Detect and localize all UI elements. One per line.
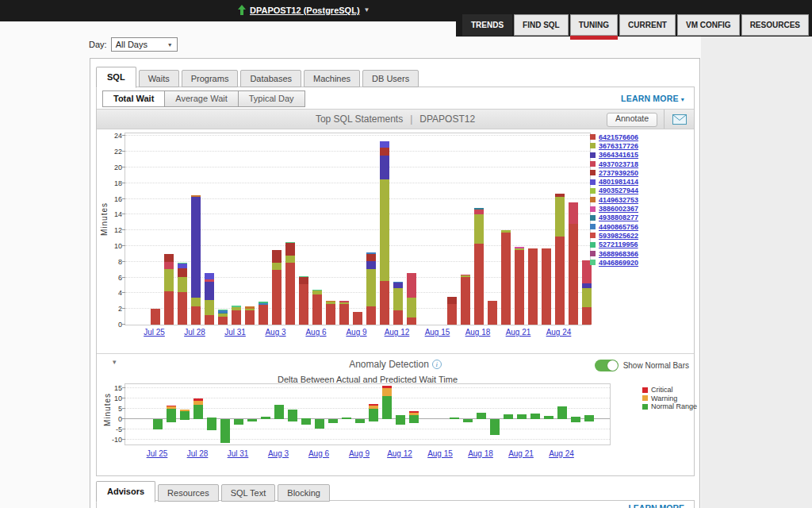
legend-item-4903527944[interactable]: 4903527944: [590, 187, 695, 195]
delta-bar-jul-28[interactable]: [193, 398, 203, 419]
delta-bar-jul-27[interactable]: [180, 410, 190, 421]
sql-bar-aug-1[interactable]: [245, 306, 255, 325]
delta-bar-aug-22[interactable]: [530, 414, 540, 419]
delta-bar-aug-10[interactable]: [369, 404, 378, 421]
database-selector[interactable]: DPAPOST12 (PostgreSQL) ▼: [238, 5, 370, 15]
sql-bar-aug-6[interactable]: [312, 290, 322, 325]
date-link-aug-12[interactable]: Aug 12: [379, 328, 416, 337]
legend-item-4490865756[interactable]: 4490865756: [590, 222, 695, 231]
date-link-aug-18[interactable]: Aug 18: [462, 449, 499, 458]
sql-id-link[interactable]: 2737939250: [599, 169, 638, 177]
sql-bar-jul-30[interactable]: [218, 310, 228, 325]
sql-bar-aug-17[interactable]: [461, 275, 470, 325]
annotate-button[interactable]: Annotate: [607, 113, 657, 127]
date-link-jul-25[interactable]: Jul 25: [136, 328, 173, 337]
legend-item-4149632753[interactable]: 4149632753: [590, 195, 695, 204]
day-select[interactable]: All Days ▼: [111, 37, 178, 52]
sql-id-link[interactable]: 4801981414: [599, 178, 638, 186]
date-link-aug-24[interactable]: Aug 24: [543, 449, 580, 458]
delta-bar-jul-25[interactable]: [153, 419, 163, 429]
date-link-aug-15[interactable]: Aug 15: [419, 328, 456, 337]
delta-bar-aug-1[interactable]: [247, 419, 257, 421]
delta-bar-jul-26[interactable]: [167, 406, 176, 422]
sql-bar-aug-12[interactable]: [393, 282, 403, 325]
sql-bar-aug-23[interactable]: [542, 248, 551, 325]
delta-bar-aug-4[interactable]: [288, 410, 297, 421]
sql-bar-jul-26[interactable]: [164, 254, 174, 325]
sql-id-link[interactable]: 4149632753: [599, 196, 638, 204]
delta-bar-aug-19[interactable]: [490, 419, 500, 435]
nav-tab-current[interactable]: CURRENT: [619, 14, 676, 36]
sql-bar-aug-7[interactable]: [326, 301, 335, 325]
legend-item-4937023718[interactable]: 4937023718: [590, 160, 695, 168]
delta-bar-aug-2[interactable]: [261, 417, 270, 419]
nav-tab-resources[interactable]: RESOURCES: [741, 14, 809, 36]
legend-item-3664341615[interactable]: 3664341615: [590, 151, 695, 160]
delta-bar-aug-16[interactable]: [450, 418, 459, 419]
learn-more-link[interactable]: LEARN MORE ▾: [621, 94, 684, 103]
delta-bar-jul-31[interactable]: [234, 419, 243, 425]
sql-id-link[interactable]: 5939825622: [599, 232, 638, 240]
sql-bar-aug-3[interactable]: [272, 250, 282, 325]
delta-bar-aug-5[interactable]: [301, 418, 311, 425]
delta-bar-aug-8[interactable]: [342, 418, 351, 419]
tab-databases[interactable]: Databases: [240, 70, 301, 87]
legend-item-3676317726[interactable]: 3676317726: [590, 141, 695, 150]
date-link-aug-12[interactable]: Aug 12: [381, 449, 418, 458]
view-tab-total-wait[interactable]: Total Wait: [102, 90, 165, 107]
legend-item-5939825622[interactable]: 5939825622: [590, 231, 695, 240]
delta-bar-aug-17[interactable]: [463, 419, 473, 422]
view-tab-average-wait[interactable]: Average Wait: [164, 90, 238, 107]
date-link-aug-3[interactable]: Aug 3: [260, 449, 297, 458]
delta-bar-aug-23[interactable]: [544, 416, 553, 419]
sql-bar-aug-25[interactable]: [569, 202, 578, 325]
nav-tab-find-sql[interactable]: FIND SQL: [514, 14, 569, 36]
sql-id-link[interactable]: 3664341615: [599, 151, 638, 159]
sql-bar-aug-13[interactable]: [407, 273, 416, 325]
sql-bar-aug-18[interactable]: [474, 208, 484, 325]
delta-bar-jul-29[interactable]: [207, 418, 216, 430]
date-link-jul-28[interactable]: Jul 28: [179, 449, 216, 458]
sql-bar-aug-16[interactable]: [447, 297, 457, 325]
legend-item-6421576606[interactable]: 6421576606: [590, 133, 695, 141]
date-link-aug-18[interactable]: Aug 18: [460, 328, 496, 337]
sql-bar-aug-20[interactable]: [501, 230, 511, 325]
legend-item-5272119956[interactable]: 5272119956: [590, 241, 695, 249]
sql-bar-aug-26[interactable]: [582, 260, 592, 325]
learn-more-link-bottom[interactable]: LEARN MORE: [628, 503, 684, 508]
sql-bar-aug-4[interactable]: [285, 242, 295, 325]
nav-tab-trends[interactable]: TRENDS: [462, 14, 512, 36]
sql-id-link[interactable]: 3886002367: [599, 205, 638, 213]
sql-id-link[interactable]: 3688968366: [599, 250, 638, 258]
delta-bar-aug-18[interactable]: [477, 413, 486, 419]
info-icon[interactable]: i: [432, 360, 442, 369]
date-link-aug-24[interactable]: Aug 24: [541, 328, 577, 337]
date-link-aug-3[interactable]: Aug 3: [258, 328, 294, 337]
date-link-aug-21[interactable]: Aug 21: [500, 328, 537, 337]
legend-item-2737939250[interactable]: 2737939250: [590, 168, 695, 177]
sql-bar-aug-19[interactable]: [488, 301, 497, 325]
tab-waits[interactable]: Waits: [139, 70, 179, 87]
nav-tab-tuning[interactable]: TUNING: [570, 14, 618, 36]
sql-id-link[interactable]: 4490865756: [599, 223, 638, 231]
delta-bar-aug-7[interactable]: [328, 419, 338, 423]
date-link-aug-9[interactable]: Aug 9: [339, 328, 375, 337]
date-link-aug-15[interactable]: Aug 15: [422, 449, 458, 458]
database-link[interactable]: DPAPOST12 (PostgreSQL): [250, 6, 360, 15]
date-link-jul-31[interactable]: Jul 31: [217, 328, 254, 337]
sql-id-link[interactable]: 6421576606: [599, 133, 638, 141]
legend-item-4938808277[interactable]: 4938808277: [590, 214, 695, 222]
tab-resources[interactable]: Resources: [158, 484, 219, 502]
sql-bar-jul-28[interactable]: [191, 195, 201, 325]
sql-bar-jul-29[interactable]: [205, 273, 214, 325]
show-normal-bars-toggle[interactable]: [595, 360, 619, 371]
date-link-jul-28[interactable]: Jul 28: [177, 328, 213, 337]
delta-bar-aug-24[interactable]: [557, 406, 567, 419]
delta-bar-aug-20[interactable]: [504, 414, 513, 420]
sql-bar-jul-27[interactable]: [178, 263, 187, 325]
sql-bar-aug-24[interactable]: [555, 194, 565, 325]
nav-tab-vm-config[interactable]: VM CONFIG: [677, 14, 740, 36]
delta-bar-aug-13[interactable]: [409, 411, 419, 423]
sql-id-link[interactable]: 3676317726: [599, 142, 638, 150]
sql-id-link[interactable]: 4937023718: [599, 160, 638, 168]
